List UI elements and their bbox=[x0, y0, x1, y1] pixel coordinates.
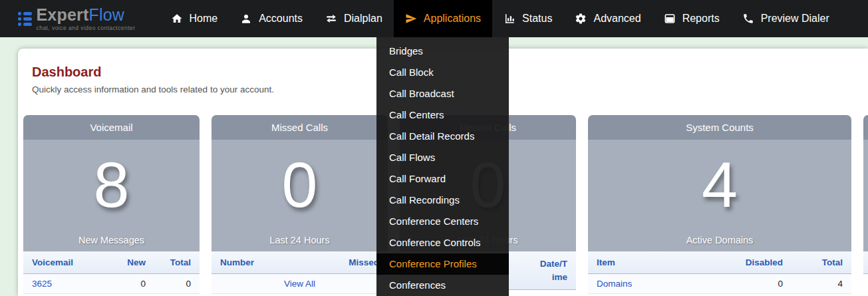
panel-title: Voicemail bbox=[23, 115, 200, 140]
applications-dropdown-menu: Bridges Call Block Call Broadcast Call C… bbox=[376, 37, 509, 296]
nav-item-preview-dialer[interactable]: Preview Dialer bbox=[731, 0, 841, 37]
cell-total: 4 bbox=[792, 274, 851, 294]
menu-item-conference-centers[interactable]: Conference Centers bbox=[376, 211, 509, 232]
nav-label: Advanced bbox=[593, 13, 641, 25]
menu-item-call-centers[interactable]: Call Centers bbox=[376, 104, 509, 126]
panel-caption: Active Domains bbox=[588, 235, 851, 245]
brand-logo[interactable]: ExpertFlow chat, voice and video contact… bbox=[18, 0, 136, 37]
missed-calls-count: 0 bbox=[212, 140, 388, 217]
system-counts-table: Item Disabled Total Domains 0 4 bbox=[588, 251, 851, 294]
nav-item-status[interactable]: Status bbox=[492, 0, 563, 37]
missed-calls-table: Number Missed View All bbox=[212, 251, 388, 294]
system-counts-value: 4 bbox=[588, 140, 851, 217]
partial-panel bbox=[863, 115, 868, 274]
menu-item-call-forward[interactable]: Call Forward bbox=[376, 168, 509, 190]
menu-item-conference-controls[interactable]: Conference Controls bbox=[376, 232, 509, 253]
panel-caption: Last 24 Hours bbox=[212, 235, 388, 245]
nav-item-applications[interactable]: Applications bbox=[394, 0, 492, 37]
gear-icon bbox=[575, 13, 587, 25]
nav-label: Status bbox=[522, 13, 552, 25]
cell-new: 0 bbox=[113, 274, 154, 294]
brand-name-primary: Expert bbox=[37, 5, 89, 24]
voicemail-table: Voicemail New Total 3625 0 0 bbox=[23, 251, 200, 294]
voicemail-panel: Voicemail 8 New Messages Voicemail New T… bbox=[23, 115, 200, 294]
main-menu: Home Accounts Dialplan Applications Stat… bbox=[160, 0, 841, 37]
menu-item-call-broadcast[interactable]: Call Broadcast bbox=[376, 83, 509, 104]
panel-title: System Counts bbox=[588, 115, 851, 140]
nav-item-reports[interactable]: Reports bbox=[652, 0, 731, 37]
nav-item-dialplan[interactable]: Dialplan bbox=[314, 0, 394, 37]
window-icon bbox=[664, 13, 676, 25]
bar-chart-icon bbox=[504, 13, 515, 25]
paper-plane-icon bbox=[405, 13, 417, 25]
column-header: Number bbox=[212, 251, 335, 274]
cell-disabled: 0 bbox=[705, 274, 792, 294]
table-row: Domains 0 4 bbox=[588, 274, 851, 294]
menu-item-conferences[interactable]: Conferences bbox=[376, 275, 509, 296]
missed-calls-panel: Missed Calls 0 Last 24 Hours Number Miss… bbox=[212, 115, 388, 294]
system-counts-panel: System Counts 4 Active Domains Item Disa… bbox=[588, 115, 851, 294]
panel-caption: New Messages bbox=[23, 235, 200, 245]
column-header: Item bbox=[588, 251, 705, 274]
view-all-link[interactable]: View All bbox=[284, 279, 315, 289]
column-header: Total bbox=[154, 251, 200, 274]
voicemail-box-link[interactable]: 3625 bbox=[32, 279, 52, 289]
list-dots-icon bbox=[18, 12, 32, 26]
menu-item-bridges[interactable]: Bridges bbox=[376, 41, 509, 62]
phone-icon bbox=[742, 13, 754, 25]
nav-label: Applications bbox=[424, 13, 481, 25]
brand-tagline: chat, voice and video contactcenter bbox=[37, 25, 136, 31]
menu-item-call-flows[interactable]: Call Flows bbox=[376, 147, 509, 168]
panel-title: Missed Calls bbox=[212, 115, 388, 140]
cell-total: 0 bbox=[154, 274, 200, 294]
nav-label: Dialplan bbox=[344, 13, 382, 25]
nav-label: Reports bbox=[682, 13, 720, 25]
nav-item-advanced[interactable]: Advanced bbox=[563, 0, 652, 37]
domains-link[interactable]: Domains bbox=[597, 279, 632, 289]
user-icon bbox=[240, 13, 252, 25]
top-navbar: ExpertFlow chat, voice and video contact… bbox=[0, 0, 868, 37]
voicemail-count: 8 bbox=[23, 140, 200, 217]
brand-name-secondary: Flow bbox=[89, 5, 125, 24]
nav-label: Home bbox=[190, 13, 218, 25]
nav-item-accounts[interactable]: Accounts bbox=[229, 0, 314, 37]
column-header: Voicemail bbox=[23, 251, 113, 274]
column-header: Disabled bbox=[705, 251, 792, 274]
home-icon bbox=[171, 13, 183, 25]
transfer-arrows-icon bbox=[325, 13, 337, 25]
menu-item-call-detail-records[interactable]: Call Detail Records bbox=[376, 126, 509, 147]
menu-item-call-block[interactable]: Call Block bbox=[376, 62, 509, 83]
column-header: Total bbox=[792, 251, 851, 274]
nav-label: Accounts bbox=[259, 13, 303, 25]
table-row: 3625 0 0 bbox=[23, 274, 200, 294]
nav-item-home[interactable]: Home bbox=[160, 0, 229, 37]
menu-item-call-recordings[interactable]: Call Recordings bbox=[376, 190, 509, 211]
column-header: Date/Time bbox=[531, 251, 576, 290]
nav-label: Preview Dialer bbox=[761, 13, 829, 25]
menu-item-conference-profiles[interactable]: Conference Profiles bbox=[376, 253, 509, 275]
table-row: View All bbox=[212, 274, 388, 294]
column-header: New bbox=[113, 251, 154, 274]
